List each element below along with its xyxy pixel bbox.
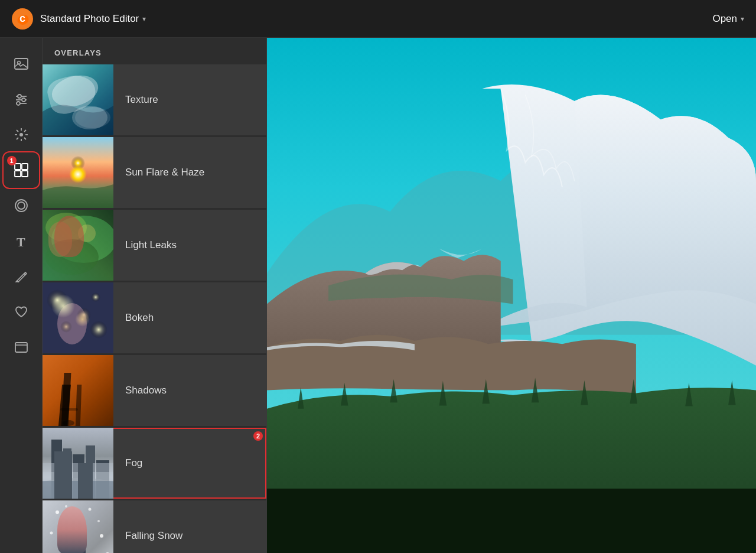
svg-line-18 — [17, 138, 18, 139]
overlay-item-shadows[interactable]: Shadows — [43, 355, 266, 426]
snow-thumb-svg — [43, 500, 113, 553]
open-button[interactable]: Open ▾ — [712, 13, 744, 25]
app-title-chevron: ▾ — [142, 15, 146, 23]
texture-thumb-svg — [43, 64, 113, 135]
svg-rect-64 — [65, 525, 86, 553]
overlays-panel: OVERLAYS — [43, 38, 267, 553]
icon-toolbar: 1 T — [0, 38, 43, 553]
overlay-label-snow: Falling Snow — [113, 530, 266, 542]
svg-point-19 — [19, 133, 23, 136]
overlay-item-texture[interactable]: Texture — [43, 64, 266, 135]
overlay-item-lightleaks[interactable]: Light Leaks — [43, 210, 266, 281]
panel-title: OVERLAYS — [43, 38, 266, 64]
overlay-item-sunflare[interactable]: Sun Flare & Haze — [43, 137, 266, 208]
svg-point-44 — [91, 292, 100, 302]
annotation-badge-2: 2 — [253, 431, 263, 441]
overlay-thumb-sunflare — [43, 137, 113, 208]
svg-point-25 — [18, 202, 25, 209]
svg-point-39 — [78, 225, 96, 242]
overlays-icon — [14, 162, 29, 178]
svg-point-24 — [15, 200, 27, 212]
svg-rect-62 — [43, 500, 113, 553]
svg-point-67 — [97, 520, 100, 522]
canvas-area — [267, 38, 756, 553]
svg-line-15 — [17, 130, 18, 132]
svg-point-35 — [51, 216, 113, 263]
svg-text:c: c — [19, 12, 25, 24]
app-logo: c — [12, 8, 33, 30]
overlay-item-fog[interactable]: 2 — [43, 428, 266, 499]
text-icon: T — [14, 233, 29, 249]
svg-rect-3 — [15, 58, 28, 69]
overlay-thumb-snow — [43, 500, 113, 553]
svg-point-42 — [47, 289, 68, 311]
fog-thumb-svg — [43, 428, 113, 499]
tool-photos[interactable] — [5, 47, 38, 80]
svg-rect-61 — [43, 481, 113, 499]
mountain-photo — [267, 38, 756, 553]
annotation-badge-1: 1 — [7, 156, 17, 165]
tool-export[interactable] — [5, 331, 38, 364]
tool-magic[interactable] — [5, 118, 38, 151]
overlay-label-fog: Fog — [113, 457, 266, 469]
svg-rect-51 — [60, 408, 78, 411]
overlay-thumb-fog — [43, 428, 113, 499]
svg-rect-38 — [48, 222, 72, 257]
svg-point-66 — [89, 508, 92, 511]
svg-point-33 — [66, 154, 90, 177]
overlay-thumb-lightleaks — [43, 210, 113, 281]
svg-rect-73 — [267, 489, 756, 553]
svg-point-63 — [67, 508, 83, 526]
svg-point-68 — [50, 532, 53, 535]
svg-rect-54 — [63, 448, 71, 499]
svg-point-69 — [100, 534, 103, 538]
svg-line-17 — [24, 130, 26, 132]
svg-point-8 — [22, 98, 25, 102]
draw-icon — [14, 269, 29, 284]
svg-point-65 — [56, 510, 59, 514]
overlay-thumb-texture — [43, 64, 113, 135]
overlay-label-bokeh: Bokeh — [113, 312, 266, 324]
shadows-thumb-svg — [43, 355, 113, 426]
main-content: 1 T — [0, 38, 756, 553]
overlay-item-snow[interactable]: Falling Snow — [43, 500, 266, 553]
svg-point-6 — [18, 95, 21, 98]
svg-text:T: T — [17, 235, 25, 249]
overlay-label-sunflare: Sun Flare & Haze — [113, 167, 266, 178]
svg-line-16 — [24, 138, 26, 139]
bokeh-thumb-svg — [43, 282, 113, 353]
overlay-list: Texture — [43, 64, 266, 553]
overlay-label-lightleaks: Light Leaks — [113, 239, 266, 251]
export-icon — [14, 340, 29, 355]
svg-rect-22 — [15, 171, 21, 177]
favorites-icon — [14, 304, 29, 320]
svg-rect-23 — [22, 171, 28, 177]
photos-icon — [14, 56, 29, 71]
frames-icon — [14, 198, 29, 213]
tool-favorites[interactable] — [5, 295, 38, 328]
svg-rect-20 — [15, 164, 21, 170]
tool-adjustments[interactable] — [5, 83, 38, 116]
svg-point-37 — [45, 239, 99, 275]
tool-frames[interactable] — [5, 189, 38, 222]
svg-point-70 — [65, 505, 67, 508]
overlay-label-shadows: Shadows — [113, 385, 266, 396]
tool-draw[interactable] — [5, 260, 38, 293]
magic-icon — [14, 127, 29, 142]
lightleaks-thumb-svg — [43, 210, 113, 281]
tool-text[interactable]: T — [5, 225, 38, 258]
svg-rect-27 — [15, 343, 27, 352]
overlay-item-bokeh[interactable]: Bokeh — [43, 282, 266, 353]
app-title: Standard Photo Editor — [40, 13, 139, 25]
svg-point-50 — [63, 420, 74, 426]
svg-point-46 — [90, 321, 107, 339]
overlay-thumb-bokeh — [43, 282, 113, 353]
svg-rect-34 — [43, 210, 113, 281]
svg-point-10 — [17, 102, 20, 105]
app-title-button[interactable]: Standard Photo Editor ▾ — [40, 13, 146, 25]
overlay-label-texture: Texture — [113, 94, 266, 106]
svg-rect-21 — [22, 164, 28, 170]
overlay-thumb-shadows — [43, 355, 113, 426]
tool-overlays[interactable]: 1 — [5, 154, 38, 187]
header-left: c Standard Photo Editor ▾ — [12, 8, 146, 30]
